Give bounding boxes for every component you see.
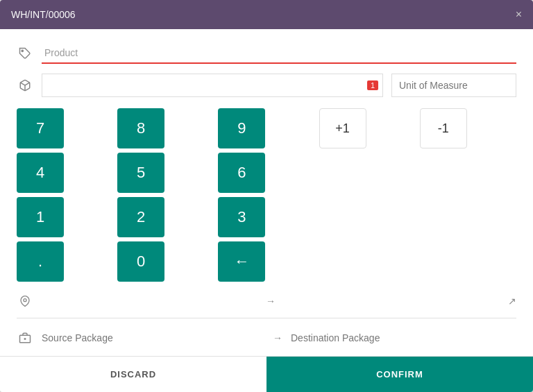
numpad-btn-8[interactable]: 8 — [117, 108, 164, 148]
numpad-btn-1[interactable]: 1 — [17, 197, 64, 237]
discard-button[interactable]: DISCARD — [0, 357, 266, 392]
quantity-badge: 1 — [367, 80, 378, 90]
quantity-row: 1 — [17, 74, 516, 97]
numpad-btn-0[interactable]: 0 — [117, 241, 164, 282]
package-icon — [17, 332, 33, 344]
modal-body: 1 789+1-1456123.0← WH/Stock → WH/Stock ↗… — [0, 29, 533, 356]
destination-package-input[interactable] — [288, 328, 516, 348]
modal-header: WH/INT/00006 × — [0, 0, 533, 29]
numpad-btn-5[interactable]: 5 — [117, 153, 164, 193]
external-link-icon[interactable]: ↗ — [508, 296, 516, 307]
product-input[interactable] — [42, 43, 516, 64]
location-icon — [17, 294, 33, 308]
numpad-btn-6[interactable]: 6 — [218, 153, 265, 193]
numpad-btn-minus1[interactable]: -1 — [420, 108, 467, 148]
quantity-input[interactable] — [42, 74, 382, 96]
product-row — [17, 43, 516, 64]
close-icon[interactable]: × — [516, 8, 522, 21]
confirm-button[interactable]: CONFIRM — [266, 357, 533, 392]
numpad-btn-9[interactable]: 9 — [218, 108, 265, 148]
source-location-input[interactable]: WH/Stock — [39, 291, 260, 311]
modal-title: WH/INT/00006 — [11, 9, 76, 20]
numpad-btn-dot[interactable]: . — [17, 241, 64, 282]
numpad-btn-back[interactable]: ← — [218, 241, 265, 282]
quantity-input-wrap: 1 — [42, 74, 383, 97]
destination-location-input[interactable]: WH/Stock — [281, 291, 502, 311]
package-arrow: → — [273, 332, 282, 343]
location-arrow: → — [266, 296, 276, 307]
cube-icon — [17, 79, 33, 92]
svg-point-2 — [24, 299, 26, 302]
location-row: WH/Stock → WH/Stock ↗ — [17, 291, 516, 318]
numpad-btn-plus1[interactable]: +1 — [319, 108, 366, 148]
source-package-input[interactable] — [39, 328, 267, 348]
numpad-btn-7[interactable]: 7 — [17, 108, 64, 148]
modal-footer: DISCARD CONFIRM — [0, 356, 533, 392]
tag-icon — [17, 47, 33, 60]
uom-input[interactable] — [391, 74, 516, 97]
numpad: 789+1-1456123.0← — [17, 108, 516, 282]
package-row: → — [17, 328, 516, 348]
svg-point-0 — [22, 50, 23, 51]
numpad-btn-4[interactable]: 4 — [17, 153, 64, 193]
numpad-btn-3[interactable]: 3 — [218, 197, 265, 237]
numpad-btn-2[interactable]: 2 — [117, 197, 164, 237]
